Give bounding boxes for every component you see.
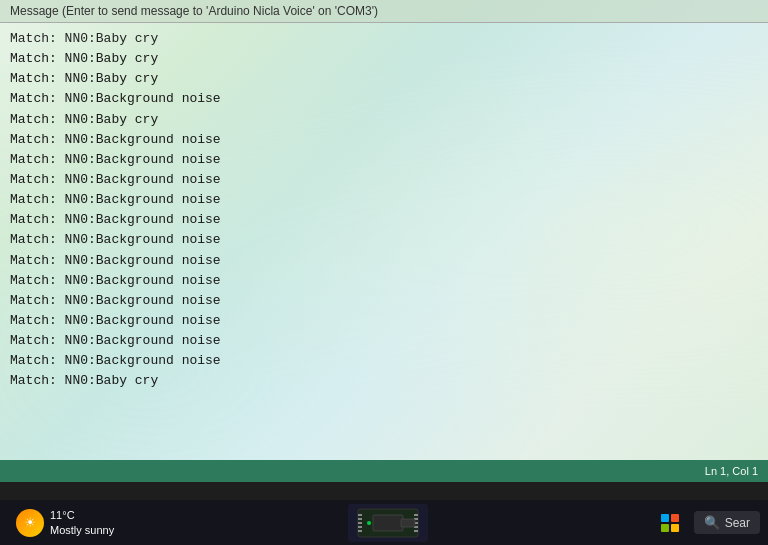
temperature: 11°C — [50, 508, 114, 522]
message-area: Match: NN0:Baby cry Match: NN0:Baby cry … — [0, 23, 768, 398]
list-item: Match: NN0:Baby cry — [10, 49, 758, 69]
list-item: Match: NN0:Background noise — [10, 210, 758, 230]
serial-monitor: Message (Enter to send message to 'Ardui… — [0, 0, 768, 460]
list-item: Match: NN0:Background noise — [10, 271, 758, 291]
status-bar: Ln 1, Col 1 — [0, 460, 768, 482]
hardware-device-svg — [353, 505, 423, 541]
taskbar-center — [122, 504, 653, 542]
search-icon: 🔍 — [704, 515, 720, 530]
list-item: Match: NN0:Background noise — [10, 291, 758, 311]
list-item: Match: NN0:Baby cry — [10, 371, 758, 391]
weather-icon: ☀ — [16, 509, 44, 537]
windows-start-button[interactable] — [654, 507, 686, 539]
windows-logo — [661, 514, 679, 532]
list-item: Match: NN0:Baby cry — [10, 110, 758, 130]
list-item: Match: NN0:Background noise — [10, 251, 758, 271]
list-item: Match: NN0:Background noise — [10, 311, 758, 331]
list-item: Match: NN0:Baby cry — [10, 29, 758, 49]
list-item: Match: NN0:Background noise — [10, 89, 758, 109]
search-label: Sear — [725, 516, 750, 530]
svg-rect-4 — [358, 522, 362, 524]
weather-condition: Mostly sunny — [50, 523, 114, 537]
svg-rect-7 — [414, 514, 418, 516]
list-item: Match: NN0:Background noise — [10, 150, 758, 170]
list-item: Match: NN0:Background noise — [10, 351, 758, 371]
title-bar-text: Message (Enter to send message to 'Ardui… — [10, 4, 378, 18]
win-logo-quad-4 — [671, 524, 679, 532]
hardware-device-widget — [348, 504, 428, 542]
list-item: Match: NN0:Background noise — [10, 230, 758, 250]
list-item: Match: NN0:Background noise — [10, 170, 758, 190]
weather-widget[interactable]: ☀ 11°C Mostly sunny — [8, 504, 122, 541]
taskbar: ☀ 11°C Mostly sunny — [0, 500, 768, 545]
win-logo-quad-1 — [661, 514, 669, 522]
svg-rect-12 — [401, 519, 415, 527]
svg-rect-3 — [358, 518, 362, 520]
cursor-position: Ln 1, Col 1 — [705, 465, 758, 477]
svg-rect-2 — [358, 514, 362, 516]
weather-text: 11°C Mostly sunny — [50, 508, 114, 537]
svg-point-13 — [367, 521, 371, 525]
search-bar[interactable]: 🔍 Sear — [694, 511, 760, 534]
svg-rect-11 — [414, 530, 418, 532]
list-item: Match: NN0:Background noise — [10, 190, 758, 210]
svg-rect-5 — [358, 526, 362, 528]
list-item: Match: NN0:Baby cry — [10, 69, 758, 89]
taskbar-right: 🔍 Sear — [654, 507, 760, 539]
list-item: Match: NN0:Background noise — [10, 331, 758, 351]
win-logo-quad-2 — [671, 514, 679, 522]
win-logo-quad-3 — [661, 524, 669, 532]
svg-rect-6 — [358, 530, 362, 532]
list-item: Match: NN0:Background noise — [10, 130, 758, 150]
title-bar: Message (Enter to send message to 'Ardui… — [0, 0, 768, 23]
svg-rect-1 — [373, 515, 403, 531]
